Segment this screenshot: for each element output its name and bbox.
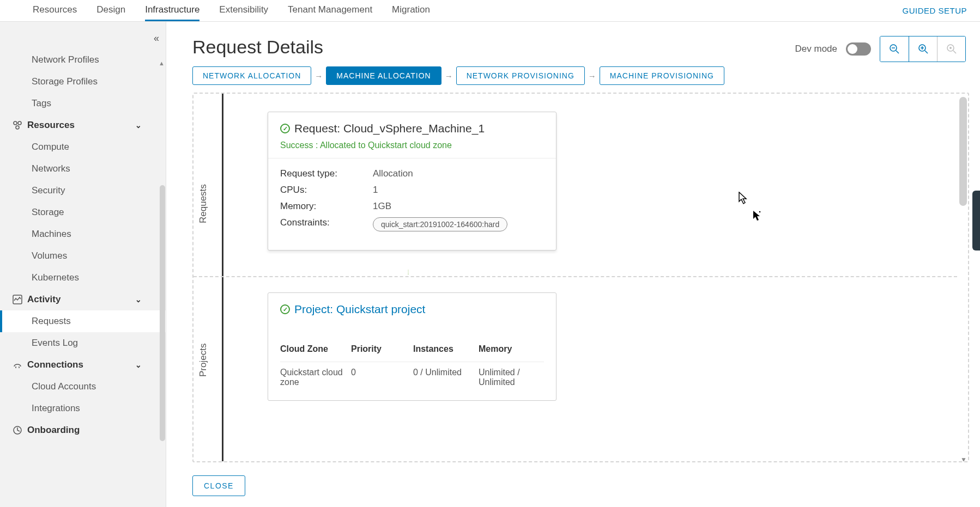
arrow-right-icon: → — [445, 71, 453, 81]
scroll-thumb[interactable] — [959, 97, 967, 206]
sidebar-item-integrations[interactable]: Integrations — [0, 398, 166, 419]
column-priority: Priority — [351, 340, 413, 362]
section-divider — [193, 276, 957, 277]
value-cpus: 1 — [373, 185, 378, 196]
column-memory: Memory — [479, 340, 544, 362]
section-label-requests: Requests — [198, 184, 209, 223]
scroll-down-arrow-icon: ▼ — [960, 456, 967, 462]
content-area: Request Details Dev mode NETW — [166, 22, 980, 507]
sidebar-item-label: Volumes — [32, 251, 67, 261]
sidebar-item-networks[interactable]: Networks — [0, 158, 166, 180]
svg-line-11 — [925, 51, 928, 53]
sidebar-group-connections[interactable]: Connections ⌄ — [0, 354, 166, 376]
svg-point-16 — [949, 47, 951, 49]
sidebar-item-label: Network Profiles — [32, 54, 99, 65]
success-check-icon: ✓ — [280, 124, 290, 133]
step-network-allocation[interactable]: NETWORK ALLOCATION — [192, 66, 311, 85]
project-card-title-row: ✓ Project: Quickstart project — [280, 303, 544, 316]
svg-point-18 — [759, 211, 761, 213]
detail-scrollbar[interactable] — [959, 97, 967, 458]
zoom-out-icon — [889, 44, 900, 54]
allocation-steps: NETWORK ALLOCATION → MACHINE ALLOCATION … — [192, 66, 969, 85]
constraint-tag[interactable]: quick_start:20191002-164600:hard — [373, 217, 507, 231]
svg-line-8 — [896, 51, 899, 53]
tab-tenant-management[interactable]: Tenant Management — [288, 0, 372, 21]
sidebar-group-label: Activity — [27, 294, 61, 305]
tab-design[interactable]: Design — [96, 0, 125, 21]
sidebar-item-storage-profiles[interactable]: Storage Profiles — [0, 71, 166, 93]
section-label-projects: Projects — [198, 344, 209, 377]
sidebar-scrollbar[interactable] — [160, 185, 165, 441]
table-row: Quickstart cloud zone 0 0 / Unlimited Un… — [280, 362, 544, 388]
top-nav-tabs: Resources Design Infrastructure Extensib… — [33, 0, 430, 21]
connections-icon — [12, 360, 23, 370]
chevron-down-icon: ⌄ — [135, 295, 142, 304]
zoom-in-button[interactable] — [909, 36, 937, 62]
label-memory: Memory: — [280, 201, 373, 212]
sidebar: « ▲ Network Profiles Storage Profiles Ta… — [0, 22, 166, 507]
tab-migration[interactable]: Migration — [392, 0, 430, 21]
detail-panel: Requests Projects ✓ Request: Cloud_vSphe… — [192, 93, 969, 462]
support-tab[interactable] — [972, 191, 980, 251]
value-memory: 1GB — [373, 201, 391, 212]
tab-extensibility[interactable]: Extensibility — [219, 0, 268, 21]
value-request-type: Allocation — [373, 168, 413, 179]
sidebar-item-storage[interactable]: Storage — [0, 201, 166, 223]
request-card-title-row: ✓ Request: Cloud_vSphere_Machine_1 — [280, 122, 544, 135]
dev-mode-toggle[interactable] — [846, 42, 871, 56]
step-network-provisioning[interactable]: NETWORK PROVISIONING — [456, 66, 585, 85]
sidebar-item-security[interactable]: Security — [0, 180, 166, 201]
chevron-down-icon: ⌄ — [135, 361, 142, 369]
sidebar-item-tags[interactable]: Tags — [0, 93, 166, 114]
status-detail: : Allocated to Quickstart cloud zone — [313, 141, 451, 150]
arrow-right-icon: → — [314, 71, 323, 81]
sidebar-item-cloud-accounts[interactable]: Cloud Accounts — [0, 376, 166, 398]
sidebar-item-label: Storage Profiles — [32, 76, 98, 87]
sidebar-item-label: Events Log — [32, 338, 78, 349]
sidebar-group-onboarding[interactable]: Onboarding — [0, 419, 166, 441]
sidebar-item-label: Tags — [32, 98, 51, 109]
guided-setup-link[interactable]: GUIDED SETUP — [902, 6, 967, 15]
svg-point-0 — [14, 121, 17, 125]
sidebar-group-resources[interactable]: Resources ⌄ — [0, 114, 166, 136]
tab-resources[interactable]: Resources — [33, 0, 77, 21]
top-nav: Resources Design Infrastructure Extensib… — [0, 0, 980, 22]
zoom-fit-button — [937, 36, 965, 62]
step-machine-provisioning[interactable]: MACHINE PROVISIONING — [600, 66, 724, 85]
sidebar-item-label: Storage — [32, 207, 64, 218]
sidebar-group-label: Resources — [27, 120, 75, 131]
sidebar-item-label: Compute — [32, 142, 69, 152]
zoom-out-button[interactable] — [880, 36, 909, 62]
sidebar-item-requests[interactable]: Requests — [0, 310, 166, 332]
sidebar-item-kubernetes[interactable]: Kubernetes — [0, 267, 166, 289]
close-button[interactable]: CLOSE — [192, 475, 245, 496]
project-card-title[interactable]: Project: Quickstart project — [294, 303, 425, 316]
sidebar-item-compute[interactable]: Compute — [0, 136, 166, 158]
label-request-type: Request type: — [280, 168, 373, 179]
project-card[interactable]: ✓ Project: Quickstart project Cloud Zone… — [268, 292, 556, 401]
sidebar-item-events-log[interactable]: Events Log — [0, 332, 166, 354]
activity-icon — [12, 295, 23, 304]
cell-cloud-zone: Quickstart cloud zone — [280, 362, 351, 388]
sidebar-item-label: Cloud Accounts — [32, 381, 96, 392]
tab-infrastructure[interactable]: Infrastructure — [145, 0, 199, 21]
sidebar-item-label: Kubernetes — [32, 272, 79, 283]
zoom-in-icon — [918, 44, 929, 54]
cell-memory: Unlimited / Unlimited — [479, 362, 544, 388]
arrow-down-icon — [408, 255, 409, 290]
sidebar-collapse-button[interactable]: « — [154, 33, 159, 44]
sidebar-item-volumes[interactable]: Volumes — [0, 245, 166, 267]
request-card[interactable]: ✓ Request: Cloud_vSphere_Machine_1 Succe… — [268, 112, 556, 251]
success-check-icon: ✓ — [280, 304, 290, 314]
sidebar-item-machines[interactable]: Machines — [0, 223, 166, 245]
chevron-double-left-icon: « — [154, 33, 159, 44]
svg-line-15 — [953, 51, 956, 53]
zoom-fit-icon — [946, 44, 957, 54]
sidebar-item-network-profiles[interactable]: Network Profiles — [0, 49, 166, 71]
page-title: Request Details — [192, 36, 323, 58]
sidebar-group-activity[interactable]: Activity ⌄ — [0, 289, 166, 310]
step-machine-allocation[interactable]: MACHINE ALLOCATION — [326, 66, 441, 85]
timeline-line — [222, 94, 223, 461]
status-success: Success — [280, 141, 313, 150]
cursor-icon — [753, 210, 761, 222]
